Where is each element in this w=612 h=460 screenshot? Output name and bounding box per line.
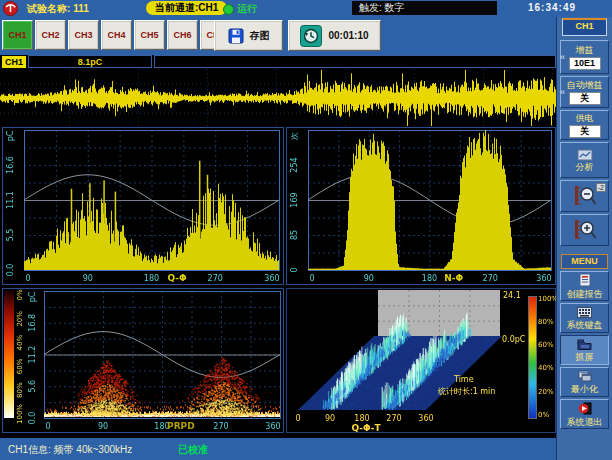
channel-button-ch2[interactable]: CH2	[35, 20, 66, 50]
signal-channel-tag: CH1	[2, 56, 26, 68]
save-image-label: 存图	[250, 29, 270, 43]
save-image-button[interactable]: 存图	[214, 20, 283, 51]
status-bar: CH1信息: 频带 40k~300kHz 已校准	[0, 438, 612, 460]
menu-item-5[interactable]: 系统退出	[560, 399, 609, 429]
q-phi-chart	[2, 127, 284, 285]
toolbar: CH1CH2CH3CH4CH5CH6CH7CH8 存图 00:01:10	[0, 17, 612, 55]
menu-item-label: 系统键盘	[567, 320, 603, 330]
test-name-label: 试验名称:	[27, 3, 70, 14]
keyboard-icon	[577, 307, 592, 320]
top-bar: 试验名称: 111 当前通道:CH1 运行 触发: 数字 16:34:49	[0, 0, 612, 17]
power-button[interactable]: 供电 关	[560, 110, 609, 140]
sidebar-channel-tab[interactable]: CH1	[562, 18, 607, 36]
collapse-chevron-icon[interactable]: «	[560, 88, 565, 97]
screenshot-icon	[577, 338, 592, 352]
run-status-label: 运行	[237, 2, 257, 16]
trigger-mode-field: 触发: 数字	[352, 1, 497, 15]
collapse-chevron-icon[interactable]: «	[560, 53, 565, 62]
exit-icon	[578, 402, 592, 417]
brand-logo-icon	[3, 1, 18, 16]
prpd-chart	[2, 288, 284, 433]
auto-gain-label: 自动增益	[567, 80, 603, 90]
n-phi-chart	[286, 127, 556, 285]
floppy-disk-icon	[228, 28, 244, 44]
signal-value-box: 8.1pC	[28, 55, 152, 68]
history-clock-icon	[300, 25, 322, 47]
calibrated-badge: 已校准	[178, 443, 208, 457]
q-phi-t-3d-chart	[286, 288, 556, 433]
channel-button-ch6[interactable]: CH6	[167, 20, 198, 50]
auto-gain-button[interactable]: « 自动增益 关	[560, 76, 609, 108]
sidebar: CH1 « 增益 10E1 « 自动增益 关 供电 关 分析 -2	[556, 17, 612, 460]
magnifier-plus-icon	[572, 218, 598, 242]
auto-gain-value: 关	[569, 92, 601, 105]
menu-item-label: 创建报告	[567, 289, 603, 299]
run-status-icon	[223, 4, 234, 15]
menu-item-label: 抓屏	[576, 352, 594, 362]
menu-items: 创建报告系统键盘抓屏最小化系统退出	[557, 271, 612, 429]
timer-button[interactable]: 00:01:10	[288, 20, 381, 51]
menu-item-2[interactable]: 系统键盘	[560, 303, 609, 333]
waveform-chart	[0, 69, 556, 127]
channel-button-ch3[interactable]: CH3	[68, 20, 99, 50]
power-value: 关	[569, 125, 601, 138]
analysis-button[interactable]: 分析	[560, 142, 609, 178]
menu-item-4[interactable]: 最小化	[560, 367, 609, 397]
current-channel-badge: 当前通道:CH1	[146, 1, 227, 15]
zoom-in-button[interactable]	[560, 214, 609, 246]
menu-header[interactable]: MENU	[561, 254, 608, 269]
channel-button-ch4[interactable]: CH4	[101, 20, 132, 50]
test-name-value: 111	[73, 3, 89, 14]
minimize-icon	[578, 370, 592, 384]
timer-value: 00:01:10	[328, 30, 368, 41]
menu-item-3[interactable]: 抓屏	[560, 335, 609, 365]
zoom-step-badge: -2	[596, 183, 606, 192]
channel-info-label: CH1信息:	[8, 444, 51, 455]
analysis-label: 分析	[576, 162, 594, 172]
gain-button[interactable]: « 增益 10E1	[560, 40, 609, 74]
channel-button-ch5[interactable]: CH5	[134, 20, 165, 50]
report-icon	[578, 273, 592, 289]
channel-info: CH1信息: 频带 40k~300kHz	[8, 443, 132, 457]
menu-item-label: 最小化	[571, 384, 598, 394]
channel-band: 频带 40k~300kHz	[54, 444, 133, 455]
test-name: 试验名称: 111	[27, 2, 89, 16]
gain-label: 增益	[576, 45, 594, 55]
menu-item-label: 系统退出	[567, 417, 603, 427]
gain-value: 10E1	[569, 57, 601, 70]
menu-item-1[interactable]: 创建报告	[560, 271, 609, 301]
signal-header-spacer	[154, 55, 556, 68]
magnifier-minus-icon	[572, 184, 598, 208]
pd-analyzer-window: 试验名称: 111 当前通道:CH1 运行 触发: 数字 16:34:49 CH…	[0, 0, 612, 460]
system-time: 16:34:49	[528, 2, 576, 13]
power-label: 供电	[576, 113, 594, 123]
analysis-screen-icon	[577, 149, 593, 162]
zoom-out-button[interactable]: -2	[560, 180, 609, 212]
channel-button-ch1[interactable]: CH1	[2, 20, 33, 50]
